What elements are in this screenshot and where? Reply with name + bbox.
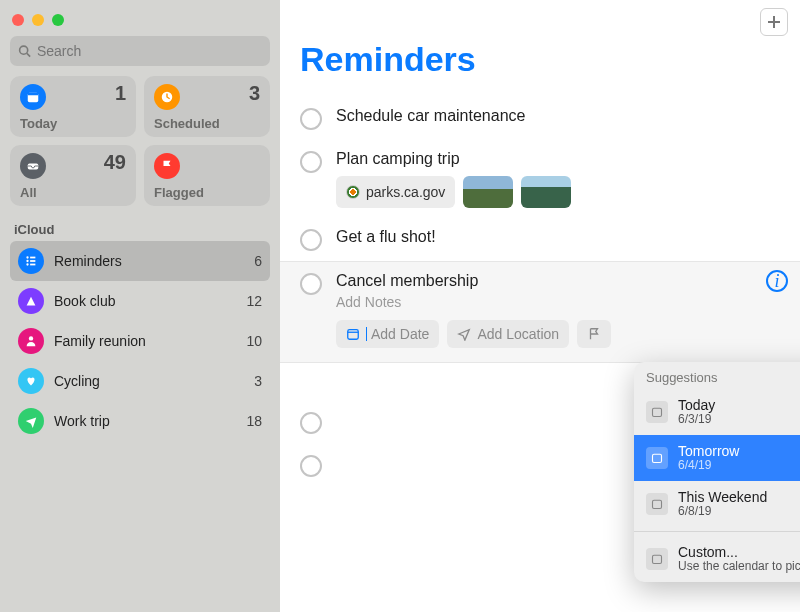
link-chip[interactable]: parks.ca.gov bbox=[336, 176, 455, 208]
task-row[interactable]: Get a flu shot! bbox=[300, 218, 780, 261]
minimize-icon[interactable] bbox=[32, 14, 44, 26]
suggestion-date: 6/4/19 bbox=[678, 459, 739, 473]
suggestion-hint: Use the calendar to pick a date bbox=[678, 560, 800, 574]
list-bookclub[interactable]: Book club 12 bbox=[10, 281, 270, 321]
smart-scheduled[interactable]: 3 Scheduled bbox=[144, 76, 270, 137]
edit-actions: Add Date Add Location bbox=[336, 320, 780, 348]
popover-header: Suggestions bbox=[634, 362, 800, 389]
section-header: iCloud bbox=[10, 216, 270, 241]
svg-point-8 bbox=[26, 260, 28, 262]
task-title: Plan camping trip bbox=[336, 150, 780, 168]
smart-today[interactable]: 1 Today bbox=[10, 76, 136, 137]
suggestion-tomorrow[interactable]: Tomorrow 6/4/19 bbox=[634, 435, 800, 481]
add-location-button[interactable]: Add Location bbox=[447, 320, 569, 348]
tent-icon bbox=[18, 288, 44, 314]
calendar-icon bbox=[646, 548, 668, 570]
suggestion-custom[interactable]: Custom... Use the calendar to pick a dat… bbox=[634, 536, 800, 582]
smart-flagged[interactable]: Flagged bbox=[144, 145, 270, 206]
page-title: Reminders bbox=[300, 40, 780, 79]
svg-rect-9 bbox=[30, 260, 35, 262]
notes-placeholder[interactable]: Add Notes bbox=[336, 294, 780, 310]
smart-scheduled-count: 3 bbox=[249, 82, 260, 105]
task-title[interactable]: Cancel membership bbox=[336, 272, 780, 290]
link-label: parks.ca.gov bbox=[366, 184, 445, 200]
svg-point-0 bbox=[20, 46, 28, 54]
svg-rect-16 bbox=[653, 454, 662, 462]
smart-all[interactable]: 49 All bbox=[10, 145, 136, 206]
search-icon bbox=[18, 44, 31, 58]
task-title: Schedule car maintenance bbox=[336, 107, 780, 125]
svg-point-6 bbox=[26, 256, 28, 258]
list-count: 10 bbox=[246, 333, 262, 349]
suggestion-label: Custom... bbox=[678, 544, 800, 560]
svg-rect-3 bbox=[28, 93, 39, 96]
image-thumbnail[interactable] bbox=[463, 176, 513, 208]
sidebar: 1 Today 3 Scheduled 49 All bbox=[0, 0, 280, 612]
info-button[interactable]: i bbox=[766, 270, 788, 292]
search-field[interactable] bbox=[10, 36, 270, 66]
list-cycling[interactable]: Cycling 3 bbox=[10, 361, 270, 401]
add-date-label: Add Date bbox=[371, 326, 429, 342]
task-radio[interactable] bbox=[300, 229, 322, 251]
smart-lists: 1 Today 3 Scheduled 49 All bbox=[10, 76, 270, 206]
smart-all-count: 49 bbox=[104, 151, 126, 174]
plane-icon bbox=[18, 408, 44, 434]
list-label: Work trip bbox=[54, 413, 246, 429]
list-label: Cycling bbox=[54, 373, 254, 389]
add-date-button[interactable]: Add Date bbox=[336, 320, 439, 348]
editing-task[interactable]: Cancel membership Add Notes Add Date Add… bbox=[280, 261, 800, 363]
list-icon bbox=[18, 248, 44, 274]
calendar-icon bbox=[20, 84, 46, 110]
suggestion-today[interactable]: Today 6/3/19 bbox=[634, 389, 800, 435]
suggestion-weekend[interactable]: This Weekend 6/8/19 bbox=[634, 481, 800, 527]
calendar-icon bbox=[346, 327, 360, 341]
close-icon[interactable] bbox=[12, 14, 24, 26]
smart-today-label: Today bbox=[20, 116, 126, 131]
task-radio[interactable] bbox=[300, 151, 322, 173]
calendar-icon bbox=[646, 447, 668, 469]
list-label: Book club bbox=[54, 293, 246, 309]
svg-rect-7 bbox=[30, 257, 35, 259]
task-radio[interactable] bbox=[300, 412, 322, 434]
add-button[interactable] bbox=[760, 8, 788, 36]
separator bbox=[634, 531, 800, 532]
date-suggestions-popover: Suggestions Today 6/3/19 Tomorrow 6/4/19… bbox=[634, 362, 800, 582]
search-input[interactable] bbox=[37, 43, 262, 59]
zoom-icon[interactable] bbox=[52, 14, 64, 26]
task-row[interactable]: Plan camping trip parks.ca.gov bbox=[300, 140, 780, 218]
list-reminders[interactable]: Reminders 6 bbox=[10, 241, 270, 281]
svg-rect-11 bbox=[30, 264, 35, 266]
task-radio[interactable] bbox=[300, 108, 322, 130]
smart-flagged-label: Flagged bbox=[154, 185, 260, 200]
svg-rect-15 bbox=[653, 408, 662, 416]
svg-point-12 bbox=[29, 336, 33, 340]
task-attachments: parks.ca.gov bbox=[336, 176, 780, 208]
smart-today-count: 1 bbox=[115, 82, 126, 105]
favicon-icon bbox=[346, 185, 360, 199]
location-icon bbox=[457, 327, 471, 341]
clock-icon bbox=[154, 84, 180, 110]
task-title: Get a flu shot! bbox=[336, 228, 780, 246]
task-row[interactable]: Schedule car maintenance bbox=[300, 97, 780, 140]
task-radio[interactable] bbox=[300, 273, 322, 295]
flag-icon bbox=[587, 327, 601, 341]
svg-rect-13 bbox=[348, 330, 359, 340]
image-thumbnail[interactable] bbox=[521, 176, 571, 208]
heart-icon bbox=[18, 368, 44, 394]
list-count: 3 bbox=[254, 373, 262, 389]
flag-button[interactable] bbox=[577, 320, 611, 348]
svg-line-1 bbox=[27, 53, 30, 56]
calendar-icon bbox=[646, 493, 668, 515]
smart-all-label: All bbox=[20, 185, 126, 200]
suggestion-date: 6/8/19 bbox=[678, 505, 767, 519]
list-family[interactable]: Family reunion 10 bbox=[10, 321, 270, 361]
list-count: 12 bbox=[246, 293, 262, 309]
suggestion-date: 6/3/19 bbox=[678, 413, 715, 427]
suggestion-label: Tomorrow bbox=[678, 443, 739, 459]
task-radio[interactable] bbox=[300, 455, 322, 477]
person-icon bbox=[18, 328, 44, 354]
list-worktrip[interactable]: Work trip 18 bbox=[10, 401, 270, 441]
calendar-icon bbox=[646, 401, 668, 423]
add-location-label: Add Location bbox=[477, 326, 559, 342]
main: Reminders Schedule car maintenance Plan … bbox=[280, 0, 800, 612]
